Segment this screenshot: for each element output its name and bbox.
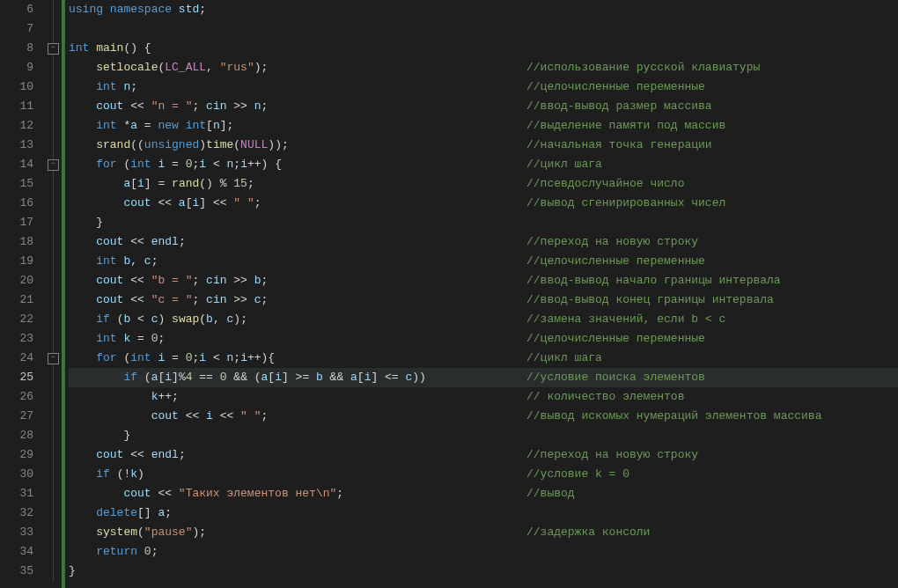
code-line[interactable]: if (b < c) swap(b, c);//замена значений,… bbox=[69, 310, 898, 329]
line-number: 21 bbox=[9, 290, 33, 310]
code-line[interactable]: } bbox=[69, 426, 898, 445]
comment: //целочисленные переменные bbox=[526, 329, 705, 349]
comment: //условие поиска элементов bbox=[526, 368, 705, 387]
line-number-gutter: 6789101112131415161718192021222324252627… bbox=[0, 0, 46, 588]
comment: //ввод-вывод конец границы интервала bbox=[526, 290, 774, 310]
line-number: 13 bbox=[9, 136, 33, 155]
line-number: 23 bbox=[9, 329, 33, 349]
line-number: 22 bbox=[9, 310, 33, 329]
comment: //задержка консоли bbox=[526, 523, 650, 542]
fold-gutter: −−− bbox=[46, 0, 62, 588]
code-editor: 6789101112131415161718192021222324252627… bbox=[0, 0, 898, 588]
code-line[interactable]: } bbox=[69, 213, 898, 232]
code-line[interactable]: int main() { bbox=[69, 39, 898, 58]
code-line[interactable]: cout << endl;//переход на новую строку bbox=[69, 232, 898, 252]
line-number: 25 bbox=[9, 368, 33, 387]
code-line[interactable]: k++;// количество элементов bbox=[69, 387, 898, 407]
comment: //ввод-вывод начало границы интервала bbox=[526, 271, 781, 290]
comment: //начальная точка генерации bbox=[526, 136, 712, 155]
line-number: 17 bbox=[9, 213, 33, 232]
comment: // количество элементов bbox=[526, 387, 684, 407]
line-number: 14 bbox=[9, 155, 33, 174]
line-number: 7 bbox=[9, 19, 33, 39]
fold-toggle-icon[interactable]: − bbox=[48, 159, 59, 171]
line-number: 11 bbox=[9, 97, 33, 116]
comment: //ввод-вывод размер массива bbox=[526, 97, 712, 116]
code-line[interactable]: cout << a[i] << " ";//вывод сгенирирован… bbox=[69, 194, 898, 213]
code-line[interactable]: int n;//целочисленные переменные bbox=[69, 77, 898, 97]
line-number: 6 bbox=[9, 0, 33, 19]
code-line[interactable]: int *a = new int[n];//выделение памяти п… bbox=[69, 116, 898, 136]
comment: //целочисленные переменные bbox=[526, 77, 705, 97]
comment: //переход на новую строку bbox=[526, 232, 698, 252]
comment: //переход на новую строку bbox=[526, 445, 698, 465]
comment: //использование русской клавиатуры bbox=[526, 58, 760, 77]
line-number: 33 bbox=[9, 523, 33, 542]
line-number: 24 bbox=[9, 349, 33, 368]
fold-toggle-icon[interactable]: − bbox=[48, 43, 59, 55]
code-line[interactable]: cout << "n = "; cin >> n;//ввод-вывод ра… bbox=[69, 97, 898, 116]
fold-toggle-icon[interactable]: − bbox=[48, 353, 59, 364]
comment: //вывод сгенирированных чисел bbox=[526, 194, 725, 213]
comment: //замена значений, если b < c bbox=[526, 310, 725, 329]
code-line[interactable]: cout << "Таких элементов нет\n";//вывод bbox=[69, 484, 898, 503]
code-line[interactable]: cout << endl;//переход на новую строку bbox=[69, 445, 898, 465]
code-line[interactable]: setlocale(LC_ALL, "rus");//использование… bbox=[69, 58, 898, 77]
code-line[interactable]: int b, c;//целочисленные переменные bbox=[69, 252, 898, 271]
line-number: 15 bbox=[9, 174, 33, 194]
code-line[interactable]: a[i] = rand() % 15;//псевдослучайное чис… bbox=[69, 174, 898, 194]
code-line[interactable]: for (int i = 0;i < n;i++) {//цикл шага bbox=[69, 155, 898, 174]
comment: //цикл шага bbox=[526, 349, 602, 368]
code-line[interactable]: cout << i << " ";//вывод искомых нумерац… bbox=[69, 407, 898, 426]
code-line[interactable]: int k = 0;//целочисленные переменные bbox=[69, 329, 898, 349]
comment: //условие k = 0 bbox=[526, 465, 629, 484]
code-line[interactable]: using namespace std; bbox=[69, 0, 898, 19]
line-number: 27 bbox=[9, 407, 33, 426]
code-line[interactable]: if (a[i]%4 == 0 && (a[i] >= b && a[i] <=… bbox=[69, 368, 898, 387]
line-number: 31 bbox=[9, 484, 33, 503]
code-line[interactable]: } bbox=[69, 562, 898, 581]
comment: //целочисленные переменные bbox=[526, 252, 705, 271]
code-line[interactable]: system("pause");//задержка консоли bbox=[69, 523, 898, 542]
code-line[interactable]: cout << "c = "; cin >> c;//ввод-вывод ко… bbox=[69, 290, 898, 310]
line-number: 16 bbox=[9, 194, 33, 213]
comment: //вывод искомых нумераций элементов масс… bbox=[526, 407, 821, 426]
line-number: 35 bbox=[9, 562, 33, 581]
line-number: 19 bbox=[9, 252, 33, 271]
code-line[interactable]: if (!k)//условие k = 0 bbox=[69, 465, 898, 484]
line-number: 10 bbox=[9, 77, 33, 97]
comment: //псевдослучайное число bbox=[526, 174, 684, 194]
line-number: 32 bbox=[9, 503, 33, 523]
line-number: 8 bbox=[9, 39, 33, 58]
code-line[interactable]: return 0; bbox=[69, 542, 898, 562]
code-line[interactable] bbox=[69, 19, 898, 39]
line-number: 28 bbox=[9, 426, 33, 445]
line-number: 12 bbox=[9, 116, 33, 136]
line-number: 30 bbox=[9, 465, 33, 484]
line-number: 20 bbox=[9, 271, 33, 290]
line-number: 26 bbox=[9, 387, 33, 407]
code-line[interactable]: for (int i = 0;i < n;i++){//цикл шага bbox=[69, 349, 898, 368]
line-number: 9 bbox=[9, 58, 33, 77]
line-number: 29 bbox=[9, 445, 33, 465]
comment: //вывод bbox=[526, 484, 575, 503]
comment: //выделение памяти под массив bbox=[526, 116, 725, 136]
indent-guide bbox=[64, 0, 65, 588]
comment: //цикл шага bbox=[526, 155, 602, 174]
line-number: 18 bbox=[9, 232, 33, 252]
code-line[interactable]: delete[] a; bbox=[69, 503, 898, 523]
code-area[interactable]: using namespace std;int main() { setloca… bbox=[62, 0, 898, 588]
line-number: 34 bbox=[9, 542, 33, 562]
code-line[interactable]: cout << "b = "; cin >> b;//ввод-вывод на… bbox=[69, 271, 898, 290]
code-line[interactable]: srand((unsigned)time(NULL));//начальная … bbox=[69, 136, 898, 155]
